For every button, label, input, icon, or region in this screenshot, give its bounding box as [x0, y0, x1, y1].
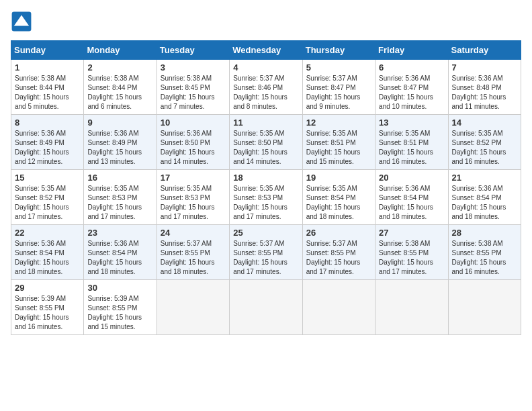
- day-info: Sunrise: 5:37 AMSunset: 8:47 PMDaylight:…: [306, 74, 371, 111]
- calendar-day-cell: 12Sunrise: 5:35 AMSunset: 8:51 PMDayligh…: [302, 115, 375, 170]
- calendar-day-cell: 3Sunrise: 5:38 AMSunset: 8:45 PMDaylight…: [157, 60, 229, 115]
- calendar-day-cell: 25Sunrise: 5:37 AMSunset: 8:55 PMDayligh…: [230, 225, 302, 280]
- day-number: 26: [306, 228, 371, 238]
- day-info: Sunrise: 5:38 AMSunset: 8:55 PMDaylight:…: [379, 239, 444, 277]
- day-number: 6: [379, 62, 444, 73]
- day-info: Sunrise: 5:37 AMSunset: 8:55 PMDaylight:…: [233, 239, 298, 277]
- calendar-day-cell: 21Sunrise: 5:36 AMSunset: 8:54 PMDayligh…: [448, 170, 521, 225]
- day-info: Sunrise: 5:35 AMSunset: 8:53 PMDaylight:…: [233, 184, 298, 222]
- calendar-day-cell: 14Sunrise: 5:35 AMSunset: 8:52 PMDayligh…: [448, 115, 521, 170]
- logo-icon: [11, 11, 32, 32]
- calendar-day-cell: 20Sunrise: 5:36 AMSunset: 8:54 PMDayligh…: [375, 170, 448, 225]
- calendar-day-cell: 30Sunrise: 5:39 AMSunset: 8:55 PMDayligh…: [84, 280, 157, 335]
- day-number: 9: [87, 118, 152, 128]
- calendar-day-cell: 1Sunrise: 5:38 AMSunset: 8:44 PMDaylight…: [11, 60, 84, 115]
- weekday-header-wednesday: Wednesday: [230, 41, 302, 60]
- day-info: Sunrise: 5:36 AMSunset: 8:50 PMDaylight:…: [161, 129, 226, 167]
- day-number: 29: [15, 283, 80, 293]
- calendar-day-cell: [302, 280, 375, 335]
- calendar-day-cell: 19Sunrise: 5:35 AMSunset: 8:54 PMDayligh…: [302, 170, 375, 225]
- weekday-header-row: SundayMondayTuesdayWednesdayThursdayFrid…: [11, 41, 521, 60]
- day-info: Sunrise: 5:36 AMSunset: 8:54 PMDaylight:…: [452, 184, 517, 222]
- calendar-day-cell: [375, 280, 448, 335]
- day-info: Sunrise: 5:39 AMSunset: 8:55 PMDaylight:…: [87, 294, 152, 332]
- calendar-day-cell: [157, 280, 229, 335]
- calendar-day-cell: 8Sunrise: 5:36 AMSunset: 8:49 PMDaylight…: [11, 115, 84, 170]
- calendar-day-cell: 4Sunrise: 5:37 AMSunset: 8:46 PMDaylight…: [230, 60, 302, 115]
- calendar-day-cell: 24Sunrise: 5:37 AMSunset: 8:55 PMDayligh…: [157, 225, 229, 280]
- day-info: Sunrise: 5:38 AMSunset: 8:44 PMDaylight:…: [87, 74, 152, 111]
- calendar-day-cell: 23Sunrise: 5:36 AMSunset: 8:54 PMDayligh…: [84, 225, 157, 280]
- day-number: 25: [233, 228, 298, 238]
- calendar-day-cell: 5Sunrise: 5:37 AMSunset: 8:47 PMDaylight…: [302, 60, 375, 115]
- day-info: Sunrise: 5:35 AMSunset: 8:50 PMDaylight:…: [233, 129, 298, 167]
- weekday-header-sunday: Sunday: [11, 41, 84, 60]
- calendar-day-cell: 26Sunrise: 5:37 AMSunset: 8:55 PMDayligh…: [302, 225, 375, 280]
- day-number: 16: [87, 173, 152, 183]
- day-info: Sunrise: 5:35 AMSunset: 8:51 PMDaylight:…: [379, 129, 444, 167]
- day-number: 8: [15, 118, 80, 128]
- day-number: 1: [15, 62, 80, 73]
- day-number: 28: [452, 228, 517, 238]
- calendar-day-cell: 2Sunrise: 5:38 AMSunset: 8:44 PMDaylight…: [84, 60, 157, 115]
- day-number: 2: [87, 62, 152, 73]
- day-number: 21: [452, 173, 517, 183]
- calendar-day-cell: 6Sunrise: 5:36 AMSunset: 8:47 PMDaylight…: [375, 60, 448, 115]
- calendar-week-row: 22Sunrise: 5:36 AMSunset: 8:54 PMDayligh…: [11, 225, 521, 280]
- calendar-header: SundayMondayTuesdayWednesdayThursdayFrid…: [11, 41, 521, 60]
- day-number: 24: [161, 228, 226, 238]
- calendar-day-cell: 18Sunrise: 5:35 AMSunset: 8:53 PMDayligh…: [230, 170, 302, 225]
- weekday-header-monday: Monday: [84, 41, 157, 60]
- day-info: Sunrise: 5:35 AMSunset: 8:54 PMDaylight:…: [306, 184, 371, 222]
- day-info: Sunrise: 5:39 AMSunset: 8:55 PMDaylight:…: [15, 294, 80, 332]
- day-number: 4: [233, 62, 298, 73]
- calendar-day-cell: 28Sunrise: 5:38 AMSunset: 8:55 PMDayligh…: [448, 225, 521, 280]
- day-info: Sunrise: 5:35 AMSunset: 8:52 PMDaylight:…: [15, 184, 80, 222]
- calendar-day-cell: 17Sunrise: 5:35 AMSunset: 8:53 PMDayligh…: [157, 170, 229, 225]
- day-info: Sunrise: 5:36 AMSunset: 8:54 PMDaylight:…: [15, 239, 80, 277]
- day-number: 18: [233, 173, 298, 183]
- day-number: 3: [161, 62, 226, 73]
- calendar-day-cell: 16Sunrise: 5:35 AMSunset: 8:53 PMDayligh…: [84, 170, 157, 225]
- day-number: 17: [161, 173, 226, 183]
- day-info: Sunrise: 5:35 AMSunset: 8:53 PMDaylight:…: [161, 184, 226, 222]
- day-number: 12: [306, 118, 371, 128]
- day-info: Sunrise: 5:38 AMSunset: 8:55 PMDaylight:…: [452, 239, 517, 277]
- calendar-day-cell: 7Sunrise: 5:36 AMSunset: 8:48 PMDaylight…: [448, 60, 521, 115]
- calendar-week-row: 15Sunrise: 5:35 AMSunset: 8:52 PMDayligh…: [11, 170, 521, 225]
- day-info: Sunrise: 5:37 AMSunset: 8:55 PMDaylight:…: [161, 239, 226, 277]
- day-number: 27: [379, 228, 444, 238]
- weekday-header-friday: Friday: [375, 41, 448, 60]
- day-info: Sunrise: 5:38 AMSunset: 8:44 PMDaylight:…: [15, 74, 80, 111]
- logo: [11, 11, 35, 32]
- calendar-day-cell: 29Sunrise: 5:39 AMSunset: 8:55 PMDayligh…: [11, 280, 84, 335]
- day-number: 14: [452, 118, 517, 128]
- calendar-day-cell: [230, 280, 302, 335]
- day-number: 15: [15, 173, 80, 183]
- calendar-day-cell: 10Sunrise: 5:36 AMSunset: 8:50 PMDayligh…: [157, 115, 229, 170]
- day-info: Sunrise: 5:36 AMSunset: 8:54 PMDaylight:…: [87, 239, 152, 277]
- day-info: Sunrise: 5:37 AMSunset: 8:55 PMDaylight:…: [306, 239, 371, 277]
- day-number: 5: [306, 62, 371, 73]
- weekday-header-thursday: Thursday: [302, 41, 375, 60]
- calendar-day-cell: 15Sunrise: 5:35 AMSunset: 8:52 PMDayligh…: [11, 170, 84, 225]
- calendar-week-row: 1Sunrise: 5:38 AMSunset: 8:44 PMDaylight…: [11, 60, 521, 115]
- calendar-table: SundayMondayTuesdayWednesdayThursdayFrid…: [11, 40, 521, 335]
- day-number: 22: [15, 228, 80, 238]
- day-number: 11: [233, 118, 298, 128]
- day-number: 19: [306, 173, 371, 183]
- day-info: Sunrise: 5:36 AMSunset: 8:54 PMDaylight:…: [379, 184, 444, 222]
- calendar-day-cell: [448, 280, 521, 335]
- day-info: Sunrise: 5:37 AMSunset: 8:46 PMDaylight:…: [233, 74, 298, 111]
- calendar-week-row: 8Sunrise: 5:36 AMSunset: 8:49 PMDaylight…: [11, 115, 521, 170]
- day-info: Sunrise: 5:35 AMSunset: 8:52 PMDaylight:…: [452, 129, 517, 167]
- day-number: 10: [161, 118, 226, 128]
- day-info: Sunrise: 5:36 AMSunset: 8:49 PMDaylight:…: [15, 129, 80, 167]
- calendar-day-cell: 27Sunrise: 5:38 AMSunset: 8:55 PMDayligh…: [375, 225, 448, 280]
- day-number: 20: [379, 173, 444, 183]
- page-header: [11, 11, 521, 32]
- calendar-week-row: 29Sunrise: 5:39 AMSunset: 8:55 PMDayligh…: [11, 280, 521, 335]
- day-info: Sunrise: 5:35 AMSunset: 8:53 PMDaylight:…: [87, 184, 152, 222]
- day-number: 30: [87, 283, 152, 293]
- day-info: Sunrise: 5:36 AMSunset: 8:47 PMDaylight:…: [379, 74, 444, 111]
